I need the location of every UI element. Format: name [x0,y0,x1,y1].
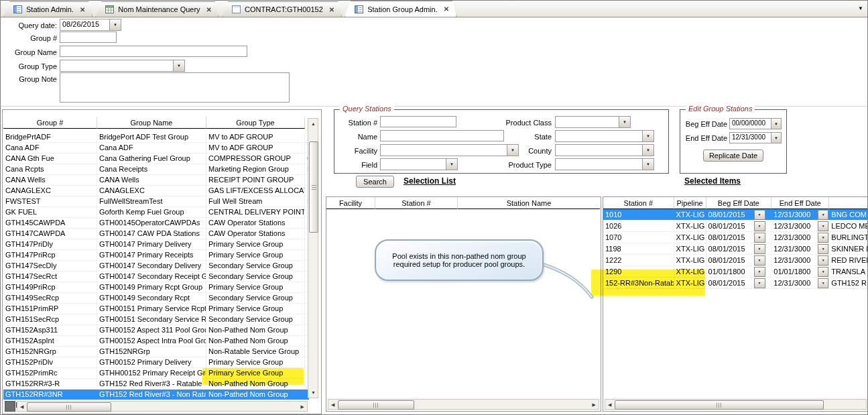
groups-vscroll-thumb[interactable] [309,141,318,233]
group-row[interactable]: GTH152AspIntGTH00152 Aspect Intra Pool G… [3,336,309,347]
column-header-station-number[interactable]: Station # [375,197,458,209]
chevron-down-icon[interactable]: ▼ [818,244,828,254]
scroll-down-icon[interactable]: ▼ [311,390,316,395]
chevron-down-icon[interactable]: ▼ [754,244,765,254]
group-row[interactable]: GK FUELGoforth Kemp Fuel GroupCENTRAL DE… [3,207,309,218]
chevron-down-icon[interactable]: ▼ [642,131,654,141]
close-icon[interactable]: ✕ [444,5,449,13]
column-header-group-number[interactable]: Group # [3,117,97,129]
group-row[interactable]: GTH149PriRcpGTH00149 Primary Rcpt GroupP… [3,282,309,293]
selected-item-row[interactable]: 1222XTX-LIG08/01/2015▼12/31/3000▼RED RIV… [603,255,868,266]
chevron-down-icon[interactable]: ▼ [754,255,765,265]
scroll-right-icon[interactable]: ▶ [301,404,304,409]
group-row[interactable]: BridgePrtADFBridgePort ADF Test GroupMV … [3,132,309,143]
chevron-down-icon[interactable]: ▼ [173,60,184,71]
chevron-down-icon[interactable]: ▼ [818,278,828,288]
station-number-input[interactable] [380,116,456,127]
selected-item-row[interactable]: 1198XTX-LIG08/01/2015▼12/31/3000▼SKINNER… [603,243,868,255]
group-row[interactable]: GTH147CAWPDAGTH00147 CAW PDA StationsCAW… [3,229,309,239]
close-icon[interactable]: ✕ [80,6,85,13]
tab-contract-gth00152[interactable]: CONTRACT:GTH00152✕ [222,1,342,17]
column-header-facility[interactable]: Facility [326,197,375,209]
selected-items-horizontal-scrollbar[interactable]: ◀ [605,399,867,410]
chevron-down-icon[interactable]: ▼ [619,117,630,127]
chevron-down-icon[interactable]: ▼ [818,255,828,265]
group-row[interactable]: Cana ADFCana ADFMV to ADF GROUP [3,143,309,154]
column-header-pipeline[interactable]: Pipeline [674,197,706,209]
selection-list-hscroll-thumb[interactable] [338,400,414,410]
name-input[interactable] [380,130,504,141]
chevron-down-icon[interactable]: ▼ [858,5,863,11]
column-header-end-eff-date[interactable]: End Eff Date [771,197,829,209]
group-name-input[interactable] [60,46,247,57]
group-row[interactable]: GTH151SecRcpGTH00151 Secondary Service R… [3,314,309,325]
chevron-down-icon[interactable]: ▼ [754,221,765,231]
group-row[interactable]: GTH147SecDlyGTH00147 Secondary DeliveryS… [3,261,309,272]
chevron-down-icon[interactable]: ▼ [818,233,828,243]
selected-item-row[interactable]: 1070XTX-LIG08/01/2015▼12/31/3000▼BURLING… [603,232,868,243]
group-row[interactable]: GTH147PriDlyGTH00147 Primary DeliveryPri… [3,239,309,250]
group-row[interactable]: GTH149SecRcpGTH00149 Secondary RcptSecon… [3,293,309,304]
chevron-down-icon[interactable]: ▼ [818,267,828,277]
group-row[interactable]: GTH147PriRcpGTH00147 Primary ReceiptsPri… [3,250,309,261]
chevron-down-icon[interactable]: ▼ [642,145,654,156]
scroll-corner-box[interactable] [5,401,15,412]
group-row[interactable]: FWSTESTFullWellStreamTestFull Well Strea… [3,196,309,207]
product-class-combo[interactable]: ▼ [555,116,631,128]
search-button[interactable]: Search [356,176,394,188]
group-row[interactable]: CANA Gth FueCana Gathering Fuel GroupCOM… [3,154,309,164]
end-eff-date-combo[interactable]: 12/31/3000 ▼ [729,132,782,143]
group-row[interactable]: GTH152NRGrpGTH152NRGrpNon-Ratable Servic… [3,347,309,357]
county-combo[interactable]: ▼ [555,144,654,156]
group-row[interactable]: CANAGLEXCCANAGLEXCGAS LIFT/EXCESS ALLOCA… [3,186,309,196]
tab-station-group-admin-[interactable]: Station Group Admin.✕ [345,1,456,17]
chevron-down-icon[interactable]: ▼ [771,133,781,143]
group-row[interactable]: GTH147SecRctGTH00147 Secondary Receipt G… [3,272,309,282]
column-header-beg-eff-date[interactable]: Beg Eff Date [706,197,772,209]
chevron-down-icon[interactable]: ▼ [754,278,765,288]
group-type-combo[interactable]: ▼ [60,60,185,72]
state-combo[interactable]: ▼ [555,130,654,142]
group-row[interactable]: GTH152RR#3NRGTH152 Red River#3 - Non Rat… [3,390,309,400]
groups-horizontal-scrollbar[interactable]: ◀ ▶ [17,401,308,412]
selected-item-row[interactable]: 1026XTX-LIG08/01/2015▼12/31/3000▼LEDCO M… [603,221,868,232]
scroll-left-icon[interactable]: ◀ [608,402,611,407]
chevron-down-icon[interactable]: ▼ [109,19,121,30]
chevron-down-icon[interactable]: ▼ [446,159,457,170]
group-row[interactable]: GTH152PriDlvGTH00152 Primary DeliveryPri… [3,357,309,368]
chevron-down-icon[interactable]: ▼ [754,267,765,277]
group-row[interactable]: GTH152Asp311GTH00152 Aspect 311 Pool Gro… [3,325,309,336]
selection-list-horizontal-scrollbar[interactable]: ◀ ▶ [328,399,599,410]
scroll-right-icon[interactable]: ▶ [593,402,596,407]
chevron-down-icon[interactable]: ▼ [818,210,828,220]
column-header-name-cut[interactable] [829,197,868,209]
column-header-station-name[interactable]: Station Name [458,197,600,209]
groups-vertical-scrollbar[interactable]: ▲ ▼ [308,118,318,398]
replicate-date-button[interactable]: Replicate Date [703,150,763,162]
column-header-group-name[interactable]: Group Name [97,117,206,129]
chevron-down-icon[interactable]: ▼ [754,210,765,220]
chevron-down-icon[interactable]: ▼ [642,159,654,170]
groups-hscroll-thumb[interactable] [27,402,111,412]
group-row[interactable]: Cana RcptsCana ReceiptsMarketing Region … [3,164,309,175]
beg-eff-date-combo[interactable]: 00/00/0000 ▼ [729,118,782,129]
group-number-input[interactable] [60,32,117,43]
chevron-down-icon[interactable]: ▼ [754,233,765,243]
column-header-group-type[interactable]: Group Type [206,117,305,129]
product-type-combo[interactable]: ▼ [555,158,654,170]
chevron-down-icon[interactable]: ▼ [818,221,828,231]
tab-nom-maintenance-query[interactable]: Nom Maintenance Query✕ [95,1,219,17]
close-icon[interactable]: ✕ [329,6,334,13]
query-date-combo[interactable]: 08/26/2015 ▼ [60,19,121,31]
group-row[interactable]: GTH145CAWPDAGTH00145OperatorCAWPDAsCAW O… [3,218,309,229]
selected-items-hscroll-thumb[interactable] [615,400,824,410]
field-combo[interactable]: ▼ [380,158,458,170]
group-note-textarea[interactable] [60,72,290,103]
group-row[interactable]: CANA WellsCANA WellsRECEIPT POINT GROUP [3,175,309,186]
scroll-left-icon[interactable]: ◀ [20,404,23,409]
scroll-up-icon[interactable]: ▲ [311,121,316,126]
scroll-left-icon[interactable]: ◀ [331,402,334,407]
close-icon[interactable]: ✕ [206,6,212,13]
selected-item-row[interactable]: 1010XTX-LIG08/01/2015▼12/31/3000▼BNG COM [603,209,868,221]
column-header-station-number[interactable]: Station # [603,197,674,209]
